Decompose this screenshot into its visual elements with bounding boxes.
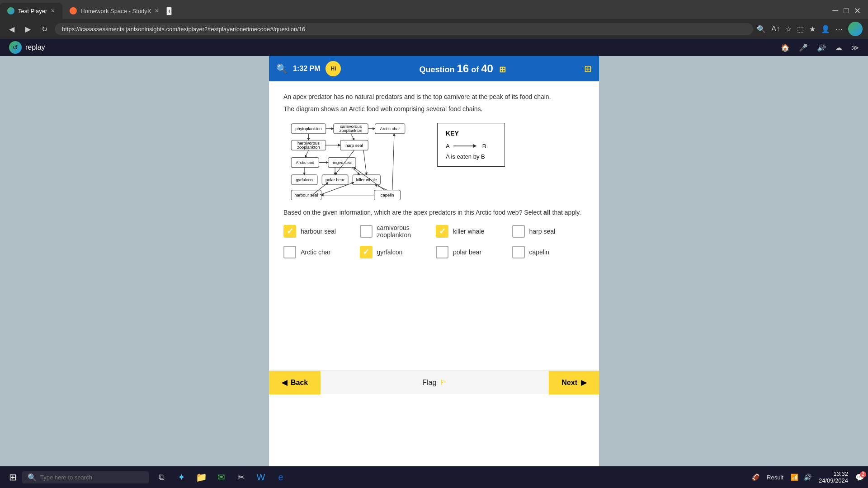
checkbox-killer-whale[interactable]: [436, 225, 448, 238]
option-capelin: capelin: [512, 246, 585, 258]
cloud-icon[interactable]: ☁: [835, 43, 842, 52]
maximize-button[interactable]: □: [844, 6, 849, 16]
select-text-bold: all: [543, 209, 551, 216]
share-icon[interactable]: ★: [809, 25, 816, 33]
node-gyrfalcon: gyrfalcon: [296, 178, 313, 182]
taskbar-mail[interactable]: ✉: [212, 468, 230, 486]
label-harbour-seal: harbour seal: [301, 228, 336, 235]
collections-icon[interactable]: ⬚: [797, 25, 804, 33]
speaker-icon[interactable]: 🔊: [817, 43, 826, 52]
back-chevron-icon: ◀: [282, 378, 287, 387]
second-tab[interactable]: Homework Space - StudyX ✕: [62, 3, 166, 19]
clock-date: 24/09/2024: [819, 477, 848, 484]
read-aloud-icon[interactable]: A↑: [771, 25, 780, 33]
question-label: Question: [420, 65, 457, 74]
favorites-icon[interactable]: ☆: [785, 25, 792, 33]
node-phytoplankton: phytoplankton: [295, 127, 321, 131]
search-icon-taskbar: 🔍: [28, 473, 37, 482]
checkbox-harbour-seal[interactable]: [283, 225, 296, 238]
node-carn-zoo: carnivorous: [340, 124, 362, 129]
label-polar-bear: polar bear: [453, 249, 481, 256]
edge-profile-icon[interactable]: [848, 22, 863, 36]
label-capelin: capelin: [529, 249, 549, 256]
label-killer-whale: killer whale: [453, 228, 484, 235]
flag-icon: 🏳: [440, 379, 447, 387]
add-tab-button[interactable]: +: [166, 7, 172, 15]
home-icon[interactable]: 🏠: [781, 43, 790, 52]
checkbox-gyrfalcon[interactable]: [360, 246, 373, 258]
taskbar-clock[interactable]: 13:32 24/09/2024: [819, 470, 848, 484]
back-button[interactable]: ◀: [5, 23, 18, 35]
next-label: Next: [561, 379, 577, 387]
clock-time: 13:32: [819, 470, 848, 477]
nav-footer: ◀ Back Flag 🏳 Next ▶: [269, 371, 599, 394]
next-nav-button[interactable]: Next ▶: [549, 371, 599, 394]
next-chevron-icon: ▶: [581, 378, 586, 387]
taskbar-copilot[interactable]: ✦: [172, 468, 190, 486]
svg-line-29: [392, 134, 394, 190]
checkbox-carnivorous-zooplankton[interactable]: [360, 225, 373, 238]
label-carnivorous-zooplankton: carnivorous zooplankton: [377, 224, 433, 239]
browser-toolbar: ◀ ▶ ↻ 🔍 A↑ ☆ ⬚ ★ 👤 ⋯: [0, 19, 868, 39]
option-killer-whale: killer whale: [436, 224, 509, 239]
checkbox-harp-seal[interactable]: [512, 225, 525, 238]
question-title: Question 16 of 40 ⊞: [420, 62, 506, 75]
key-row-1: A B: [446, 142, 496, 150]
replay-logo: ↺ replay: [9, 41, 45, 54]
question-header: 🔍 1:32 PM Hi Question 16 of 40 ⊞ ⊞: [269, 56, 599, 81]
node-ringed-seal: ringed seal: [332, 160, 353, 165]
more-icon[interactable]: ⋯: [835, 25, 843, 33]
notification-icon[interactable]: 💬 2: [855, 473, 864, 482]
grid-dots-icon[interactable]: ⊞: [499, 65, 506, 74]
svg-line-20: [363, 150, 367, 174]
option-arctic-char: Arctic char: [283, 246, 356, 258]
label-gyrfalcon: gyrfalcon: [377, 249, 403, 256]
flag-button[interactable]: Flag 🏳: [411, 379, 458, 387]
key-title: KEY: [446, 130, 496, 137]
question-body: An apex predator has no natural predator…: [269, 81, 599, 371]
volume-icon[interactable]: 🔊: [804, 474, 811, 481]
active-tab[interactable]: Test Player ✕: [0, 3, 62, 19]
zoom-icon[interactable]: 🔍: [276, 63, 288, 74]
node-arctic-cod: Arctic cod: [296, 160, 314, 165]
menu-icon[interactable]: ≫: [851, 43, 859, 52]
node-herb-zoo: herbivorous: [297, 141, 320, 145]
option-carnivorous-zooplankton: carnivorous zooplankton: [360, 224, 433, 239]
taskbar-search-input[interactable]: [40, 474, 140, 481]
node-killer-whale: killer whale: [356, 178, 377, 182]
checkbox-arctic-char[interactable]: [283, 246, 296, 258]
table-view-icon[interactable]: ⊞: [584, 63, 592, 74]
replay-bar: ↺ replay 🏠 🎤 🔊 ☁ ≫: [0, 39, 868, 56]
refresh-button[interactable]: ↻: [38, 23, 51, 35]
taskbar-files[interactable]: 📁: [192, 468, 210, 486]
flag-label: Flag: [422, 379, 436, 387]
taskbar-word[interactable]: W: [252, 468, 270, 486]
checkbox-capelin[interactable]: [512, 246, 525, 258]
result-label: Result: [767, 474, 783, 481]
profile-icon[interactable]: 👤: [821, 25, 830, 33]
checkbox-polar-bear[interactable]: [436, 246, 448, 258]
nfl-icon: 🏈: [752, 474, 760, 481]
key-a-label: A: [446, 143, 450, 150]
taskbar-edge[interactable]: e: [272, 468, 290, 486]
search-icon[interactable]: 🔍: [757, 25, 766, 33]
key-arrow-icon: [453, 142, 480, 150]
close-window-button[interactable]: ✕: [854, 6, 861, 16]
mic-icon[interactable]: 🎤: [799, 43, 808, 52]
minimize-button[interactable]: ─: [832, 6, 838, 16]
network-icon[interactable]: 📶: [791, 474, 798, 481]
toolbar-icons: 🔍 A↑ ☆ ⬚ ★ 👤 ⋯: [757, 22, 863, 36]
start-button[interactable]: ⊞: [4, 472, 22, 483]
close-tab-icon[interactable]: ✕: [51, 8, 55, 14]
select-question: Based on the given information, which ar…: [283, 209, 585, 216]
back-label: Back: [291, 379, 308, 387]
node-carn-zoo2: zooplankton: [340, 128, 362, 133]
close-second-tab-icon[interactable]: ✕: [155, 8, 159, 14]
address-bar[interactable]: [55, 23, 753, 35]
taskbar-taskview[interactable]: ⧉: [152, 468, 170, 486]
taskbar-search-box[interactable]: 🔍: [22, 471, 149, 483]
forward-button[interactable]: ▶: [22, 23, 34, 35]
back-nav-button[interactable]: ◀ Back: [269, 371, 321, 394]
option-polar-bear: polar bear: [436, 246, 509, 258]
taskbar-scissors[interactable]: ✂: [232, 468, 250, 486]
